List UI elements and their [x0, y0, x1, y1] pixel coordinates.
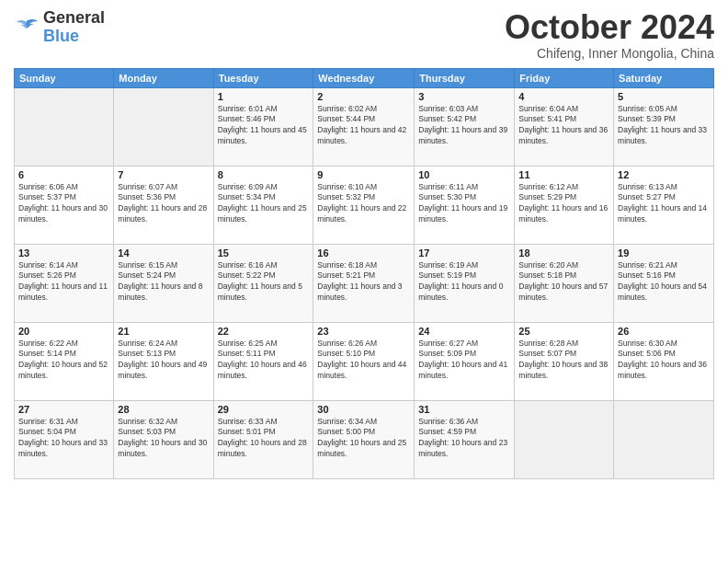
day-detail: Sunrise: 6:03 AMSunset: 5:42 PMDaylight:… — [418, 104, 510, 148]
table-row: 31Sunrise: 6:36 AMSunset: 4:59 PMDayligh… — [415, 400, 515, 478]
day-detail: Sunrise: 6:14 AMSunset: 5:26 PMDaylight:… — [18, 260, 109, 304]
day-number: 15 — [218, 247, 310, 259]
day-detail: Sunrise: 6:09 AMSunset: 5:34 PMDaylight:… — [218, 182, 310, 226]
day-number: 18 — [518, 247, 609, 259]
calendar-week-4: 20Sunrise: 6:22 AMSunset: 5:14 PMDayligh… — [15, 322, 714, 400]
table-row: 28Sunrise: 6:32 AMSunset: 5:03 PMDayligh… — [114, 400, 213, 478]
col-saturday: Saturday — [614, 68, 714, 87]
day-number: 26 — [618, 326, 710, 337]
table-row — [114, 87, 213, 166]
day-detail: Sunrise: 6:06 AMSunset: 5:37 PMDaylight:… — [18, 182, 109, 226]
day-number: 21 — [118, 326, 209, 337]
day-detail: Sunrise: 6:27 AMSunset: 5:09 PMDaylight:… — [418, 339, 510, 383]
table-row: 13Sunrise: 6:14 AMSunset: 5:26 PMDayligh… — [15, 244, 114, 322]
day-detail: Sunrise: 6:11 AMSunset: 5:30 PMDaylight:… — [418, 182, 510, 226]
day-number: 17 — [418, 247, 510, 259]
logo: General Blue — [14, 9, 105, 46]
day-detail: Sunrise: 6:01 AMSunset: 5:46 PMDaylight:… — [218, 104, 310, 148]
table-row: 10Sunrise: 6:11 AMSunset: 5:30 PMDayligh… — [415, 166, 515, 244]
day-number: 28 — [118, 404, 209, 415]
day-number: 3 — [418, 91, 510, 102]
table-row: 4Sunrise: 6:04 AMSunset: 5:41 PMDaylight… — [515, 87, 614, 166]
day-number: 24 — [418, 326, 510, 337]
table-row: 11Sunrise: 6:12 AMSunset: 5:29 PMDayligh… — [515, 166, 614, 244]
location-subtitle: Chifeng, Inner Mongolia, China — [505, 46, 714, 61]
table-row: 5Sunrise: 6:05 AMSunset: 5:39 PMDaylight… — [614, 87, 714, 166]
col-monday: Monday — [114, 68, 213, 87]
table-row: 12Sunrise: 6:13 AMSunset: 5:27 PMDayligh… — [614, 166, 714, 244]
col-tuesday: Tuesday — [213, 68, 313, 87]
calendar-week-2: 6Sunrise: 6:06 AMSunset: 5:37 PMDaylight… — [15, 166, 714, 244]
table-row: 20Sunrise: 6:22 AMSunset: 5:14 PMDayligh… — [15, 322, 114, 400]
day-detail: Sunrise: 6:31 AMSunset: 5:04 PMDaylight:… — [18, 417, 109, 461]
day-detail: Sunrise: 6:10 AMSunset: 5:32 PMDaylight:… — [317, 182, 410, 226]
day-detail: Sunrise: 6:19 AMSunset: 5:19 PMDaylight:… — [418, 260, 510, 304]
day-detail: Sunrise: 6:22 AMSunset: 5:14 PMDaylight:… — [18, 339, 109, 383]
day-number: 16 — [317, 247, 410, 259]
table-row: 2Sunrise: 6:02 AMSunset: 5:44 PMDaylight… — [313, 87, 415, 166]
day-detail: Sunrise: 6:13 AMSunset: 5:27 PMDaylight:… — [618, 182, 710, 226]
day-detail: Sunrise: 6:07 AMSunset: 5:36 PMDaylight:… — [118, 182, 209, 226]
table-row: 22Sunrise: 6:25 AMSunset: 5:11 PMDayligh… — [213, 322, 313, 400]
month-title: October 2024 — [505, 9, 714, 46]
table-row: 14Sunrise: 6:15 AMSunset: 5:24 PMDayligh… — [114, 244, 213, 322]
day-detail: Sunrise: 6:32 AMSunset: 5:03 PMDaylight:… — [118, 417, 209, 461]
day-number: 9 — [317, 169, 410, 180]
logo-bird-icon — [14, 17, 40, 38]
calendar-week-3: 13Sunrise: 6:14 AMSunset: 5:26 PMDayligh… — [15, 244, 714, 322]
table-row: 7Sunrise: 6:07 AMSunset: 5:36 PMDaylight… — [114, 166, 213, 244]
col-thursday: Thursday — [415, 68, 515, 87]
table-row — [515, 400, 614, 478]
day-number: 6 — [18, 169, 109, 180]
calendar-table: Sunday Monday Tuesday Wednesday Thursday… — [14, 68, 714, 479]
calendar-week-1: 1Sunrise: 6:01 AMSunset: 5:46 PMDaylight… — [15, 87, 714, 166]
day-detail: Sunrise: 6:34 AMSunset: 5:00 PMDaylight:… — [317, 417, 410, 461]
day-detail: Sunrise: 6:21 AMSunset: 5:16 PMDaylight:… — [618, 260, 710, 304]
table-row: 17Sunrise: 6:19 AMSunset: 5:19 PMDayligh… — [415, 244, 515, 322]
day-number: 2 — [317, 91, 410, 102]
day-number: 19 — [618, 247, 710, 259]
table-row: 24Sunrise: 6:27 AMSunset: 5:09 PMDayligh… — [415, 322, 515, 400]
day-number: 4 — [518, 91, 609, 102]
table-row: 8Sunrise: 6:09 AMSunset: 5:34 PMDaylight… — [213, 166, 313, 244]
table-row: 27Sunrise: 6:31 AMSunset: 5:04 PMDayligh… — [15, 400, 114, 478]
table-row — [15, 87, 114, 166]
table-row: 6Sunrise: 6:06 AMSunset: 5:37 PMDaylight… — [15, 166, 114, 244]
logo-line1: General — [43, 9, 105, 28]
table-row: 26Sunrise: 6:30 AMSunset: 5:06 PMDayligh… — [614, 322, 714, 400]
day-detail: Sunrise: 6:36 AMSunset: 4:59 PMDaylight:… — [418, 417, 510, 461]
calendar-week-5: 27Sunrise: 6:31 AMSunset: 5:04 PMDayligh… — [15, 400, 714, 478]
table-row — [614, 400, 714, 478]
table-row: 15Sunrise: 6:16 AMSunset: 5:22 PMDayligh… — [213, 244, 313, 322]
day-number: 25 — [518, 326, 609, 337]
day-number: 11 — [518, 169, 609, 180]
col-wednesday: Wednesday — [313, 68, 415, 87]
day-number: 30 — [317, 404, 410, 415]
table-row: 18Sunrise: 6:20 AMSunset: 5:18 PMDayligh… — [515, 244, 614, 322]
table-row: 30Sunrise: 6:34 AMSunset: 5:00 PMDayligh… — [313, 400, 415, 478]
col-friday: Friday — [515, 68, 614, 87]
day-detail: Sunrise: 6:18 AMSunset: 5:21 PMDaylight:… — [317, 260, 410, 304]
day-number: 22 — [218, 326, 310, 337]
day-detail: Sunrise: 6:02 AMSunset: 5:44 PMDaylight:… — [317, 104, 410, 148]
day-number: 27 — [18, 404, 109, 415]
day-detail: Sunrise: 6:30 AMSunset: 5:06 PMDaylight:… — [618, 339, 710, 383]
day-number: 5 — [618, 91, 710, 102]
day-detail: Sunrise: 6:05 AMSunset: 5:39 PMDaylight:… — [618, 104, 710, 148]
day-detail: Sunrise: 6:24 AMSunset: 5:13 PMDaylight:… — [118, 339, 209, 383]
day-detail: Sunrise: 6:20 AMSunset: 5:18 PMDaylight:… — [518, 260, 609, 304]
day-detail: Sunrise: 6:25 AMSunset: 5:11 PMDaylight:… — [218, 339, 310, 383]
day-number: 7 — [118, 169, 209, 180]
day-detail: Sunrise: 6:33 AMSunset: 5:01 PMDaylight:… — [218, 417, 310, 461]
header: General Blue October 2024 Chifeng, Inner… — [14, 9, 714, 61]
day-detail: Sunrise: 6:15 AMSunset: 5:24 PMDaylight:… — [118, 260, 209, 304]
day-number: 20 — [18, 326, 109, 337]
title-block: October 2024 Chifeng, Inner Mongolia, Ch… — [505, 9, 714, 61]
day-number: 12 — [618, 169, 710, 180]
logo-text: General Blue — [43, 9, 105, 46]
day-number: 1 — [218, 91, 310, 102]
table-row: 29Sunrise: 6:33 AMSunset: 5:01 PMDayligh… — [213, 400, 313, 478]
day-number: 8 — [218, 169, 310, 180]
day-number: 13 — [18, 247, 109, 259]
table-row: 1Sunrise: 6:01 AMSunset: 5:46 PMDaylight… — [213, 87, 313, 166]
